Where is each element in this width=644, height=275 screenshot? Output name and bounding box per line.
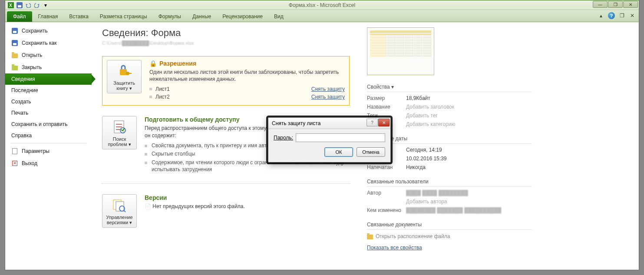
properties-pane: Свойства ▾ Размер18,9Кбайт НазваниеДобав… xyxy=(367,27,532,270)
options-icon xyxy=(11,148,18,155)
checklist-icon xyxy=(112,119,127,135)
folder-icon xyxy=(367,235,373,239)
nav-help[interactable]: Справка xyxy=(5,130,92,141)
doc-restore-icon[interactable]: ❐ xyxy=(618,12,626,20)
protect-workbook-button[interactable]: Защитить книгу ▾ xyxy=(107,60,142,93)
qat-dropdown-icon[interactable]: ▾ xyxy=(42,1,50,9)
document-thumbnail[interactable] xyxy=(367,27,434,75)
tab-review[interactable]: Рецензирование xyxy=(217,11,268,22)
tab-insert[interactable]: Вставка xyxy=(64,11,94,22)
permissions-desc: Один или несколько листов этой книги был… xyxy=(149,69,345,83)
nav-save-as[interactable]: Сохранить как xyxy=(5,37,92,49)
versions-heading: Версии xyxy=(145,194,350,201)
restore-button[interactable]: ❐ xyxy=(608,1,623,8)
tab-page-layout[interactable]: Разметка страницы xyxy=(95,11,152,22)
minimize-ribbon-icon[interactable]: ▴ xyxy=(597,12,605,20)
unprotect-sheet-dialog: Снять защиту листа ? ✕ Пароль: ОК Отмена xyxy=(268,117,391,162)
docs-header: Связанные документы xyxy=(367,220,532,230)
nav-options[interactable]: Параметры xyxy=(5,145,92,157)
doc-close-icon[interactable]: ✕ xyxy=(628,12,636,20)
svg-rect-4 xyxy=(129,73,132,74)
nav-open[interactable]: Открыть xyxy=(5,49,92,61)
password-label: Пароль: xyxy=(274,135,293,141)
svg-rect-2 xyxy=(120,69,127,75)
cancel-button[interactable]: Отмена xyxy=(357,147,385,157)
tab-data[interactable]: Данные xyxy=(187,11,216,22)
check-issues-button[interactable]: Поиск проблем ▾ xyxy=(102,116,137,149)
properties-dropdown[interactable]: Свойства ▾ xyxy=(367,82,532,92)
dialog-close-button[interactable]: ✕ xyxy=(378,119,390,126)
nav-exit[interactable]: ✕Выход xyxy=(5,157,92,169)
ok-button[interactable]: ОК xyxy=(324,147,353,157)
backstage-nav: Сохранить Сохранить как Открыть Закрыть … xyxy=(5,22,92,270)
minimize-button[interactable]: — xyxy=(593,1,608,8)
unprotect-link[interactable]: Снять защиту xyxy=(311,86,345,92)
versions-block: Управление версиями ▾ Версии 📄 Нет преды… xyxy=(102,194,350,237)
open-file-location[interactable]: Открыть расположение файла xyxy=(367,232,532,241)
folder-open-icon xyxy=(11,52,18,59)
title-bar: X ▾ Форма.xlsx - Microsoft Excel — ❐ ✕ xyxy=(5,0,639,10)
nav-save-send[interactable]: Сохранить и отправить xyxy=(5,119,92,130)
redo-icon[interactable] xyxy=(33,1,41,9)
tab-file[interactable]: Файл xyxy=(7,11,32,22)
svg-line-10 xyxy=(124,210,125,212)
nav-new[interactable]: Создать xyxy=(5,96,92,107)
tab-formulas[interactable]: Формулы xyxy=(153,11,186,22)
excel-icon: X xyxy=(7,1,15,9)
close-button[interactable]: ✕ xyxy=(623,1,638,8)
versions-none: 📄 Нет предыдущих версий этого файла. xyxy=(145,203,350,210)
nav-save[interactable]: Сохранить xyxy=(5,25,92,37)
dialog-help-button[interactable]: ? xyxy=(367,119,378,126)
exit-icon: ✕ xyxy=(11,160,18,167)
nav-close[interactable]: Закрыть xyxy=(5,61,92,73)
tab-view[interactable]: Вид xyxy=(269,11,289,22)
help-icon[interactable]: ? xyxy=(608,12,615,20)
quick-access-toolbar: X ▾ xyxy=(5,1,50,9)
unprotect-link[interactable]: Снять защиту xyxy=(311,94,345,100)
save-icon xyxy=(11,27,18,34)
window-title: Форма.xlsx - Microsoft Excel xyxy=(289,2,355,8)
lock-key-icon xyxy=(116,63,132,79)
permissions-block: Защитить книгу ▾ 🔒Разрешения Один или не… xyxy=(102,56,350,106)
permissions-heading: 🔒Разрешения xyxy=(149,60,345,67)
save-as-icon xyxy=(11,40,18,46)
page-title: Сведения: Форма xyxy=(102,27,350,39)
manage-versions-button[interactable]: Управление версиями ▾ xyxy=(102,194,137,228)
sheet-row: Лист2 Снять защиту xyxy=(149,93,345,101)
svg-text:X: X xyxy=(9,3,12,8)
users-header: Связанные пользователи xyxy=(367,177,532,187)
undo-icon[interactable] xyxy=(24,1,32,9)
dates-header: Связанные даты xyxy=(367,134,532,144)
svg-point-3 xyxy=(126,72,129,75)
dialog-titlebar[interactable]: Снять защиту листа ? ✕ xyxy=(268,118,390,129)
sheet-row: Лист1 Снять защиту xyxy=(149,85,345,93)
save-icon[interactable] xyxy=(16,1,23,9)
nav-recent[interactable]: Последние xyxy=(5,85,92,96)
lock-small-icon: 🔒 xyxy=(149,60,157,67)
tab-home[interactable]: Главная xyxy=(33,11,63,22)
password-input[interactable] xyxy=(296,133,385,142)
show-all-properties-link[interactable]: Показать все свойства xyxy=(367,245,422,251)
file-path: C:\Users\████████\Desktop\Форма.xlsx xyxy=(102,40,350,46)
versions-icon xyxy=(112,197,127,213)
nav-info[interactable]: Сведения xyxy=(5,73,92,85)
close-file-icon xyxy=(11,64,18,71)
nav-print[interactable]: Печать xyxy=(5,107,92,119)
ribbon: Файл Главная Вставка Разметка страницы Ф… xyxy=(5,10,639,22)
